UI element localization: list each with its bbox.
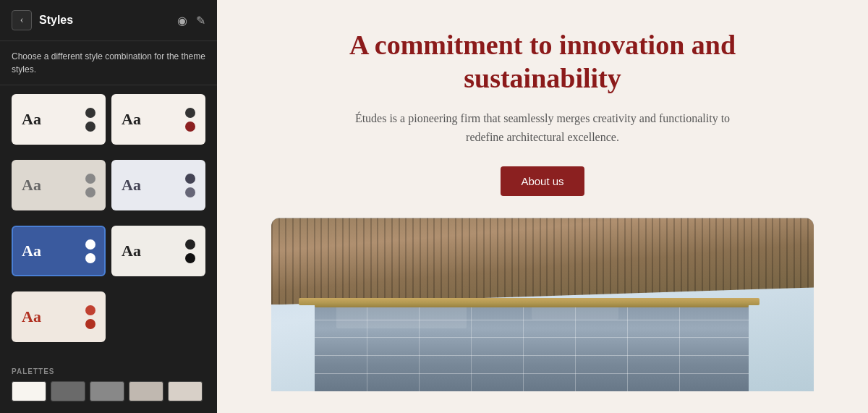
palette-swatch-3[interactable]: [90, 381, 124, 401]
palette-swatch-4[interactable]: [129, 381, 163, 401]
style-card-6-aa: Aa: [122, 242, 141, 260]
style-card-7-dots: [85, 305, 95, 329]
style-card-6[interactable]: Aa: [111, 226, 205, 276]
styles-panel: ‹ Styles ◉ ✎ Choose a different style co…: [0, 0, 217, 413]
panel-title: Styles: [39, 14, 170, 27]
style-card-4-aa: Aa: [122, 176, 141, 195]
style-card-1-aa: Aa: [22, 110, 41, 129]
style-card-1-dots: [85, 108, 95, 132]
main-subtext: Études is a pioneering firm that seamles…: [354, 109, 731, 146]
style-card-4-dots: [185, 174, 195, 197]
palette-swatches: [12, 381, 205, 401]
palette-swatch-2[interactable]: [51, 381, 85, 401]
style-card-2[interactable]: Aa: [111, 94, 205, 145]
building-image: [271, 218, 814, 391]
back-icon: ‹: [20, 14, 24, 26]
style-card-3-aa: Aa: [22, 176, 41, 195]
style-card-2-dots: [185, 108, 195, 132]
palette-swatch-5[interactable]: [168, 381, 203, 401]
main-heading: A commitment to innovation and sustainab…: [326, 29, 760, 95]
about-us-button[interactable]: About us: [501, 166, 584, 196]
sidebar-description: Choose a different style combination for…: [0, 41, 217, 85]
style-card-5-aa: Aa: [22, 242, 41, 260]
style-card-5[interactable]: Aa: [12, 226, 106, 276]
style-card-4[interactable]: Aa: [111, 160, 205, 210]
style-card-3[interactable]: Aa: [12, 160, 106, 210]
style-card-7-aa: Aa: [22, 307, 41, 326]
sidebar-header: ‹ Styles ◉ ✎: [0, 0, 217, 41]
style-card-7[interactable]: Aa: [12, 291, 106, 342]
header-actions: ◉ ✎: [177, 14, 205, 27]
style-card-2-aa: Aa: [122, 110, 141, 129]
preview-icon[interactable]: ◉: [177, 14, 187, 27]
style-card-5-dots: [85, 239, 95, 263]
building-visual: [271, 218, 814, 391]
palettes-label: PALETTES: [12, 367, 205, 375]
style-card-1[interactable]: Aa: [12, 94, 106, 145]
back-button[interactable]: ‹: [12, 10, 32, 30]
style-cards-grid: Aa Aa Aa Aa: [0, 85, 217, 360]
palettes-section: PALETTES: [0, 360, 217, 413]
main-content: A commitment to innovation and sustainab…: [217, 0, 868, 413]
edit-icon[interactable]: ✎: [196, 14, 205, 27]
style-card-6-dots: [185, 239, 195, 263]
style-card-3-dots: [85, 174, 95, 197]
palette-swatch-1[interactable]: [12, 381, 46, 401]
